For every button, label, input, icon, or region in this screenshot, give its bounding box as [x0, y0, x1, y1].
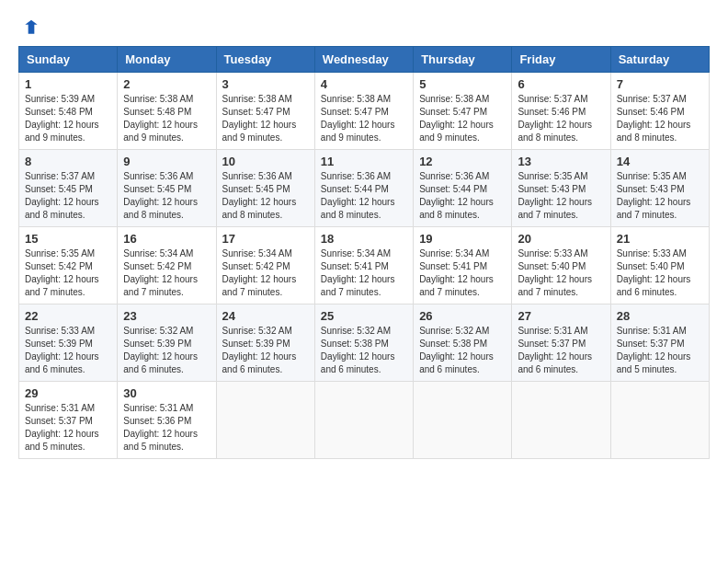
calendar-cell: 22Sunrise: 5:33 AMSunset: 5:39 PMDayligh…: [19, 304, 118, 382]
day-info: Sunrise: 5:32 AMSunset: 5:38 PMDaylight:…: [419, 325, 506, 376]
day-number: 26: [419, 309, 506, 323]
calendar-cell: 21Sunrise: 5:33 AMSunset: 5:40 PMDayligh…: [610, 227, 709, 304]
day-number: 27: [518, 309, 604, 323]
calendar-cell: [314, 382, 413, 459]
calendar-cell: [610, 382, 709, 459]
calendar-cell: 14Sunrise: 5:35 AMSunset: 5:43 PMDayligh…: [610, 150, 709, 227]
day-number: 16: [123, 232, 210, 246]
day-number: 19: [419, 232, 506, 246]
day-number: 21: [617, 232, 703, 246]
day-info: Sunrise: 5:38 AMSunset: 5:48 PMDaylight:…: [123, 93, 210, 144]
day-info: Sunrise: 5:32 AMSunset: 5:39 PMDaylight:…: [123, 325, 210, 376]
day-info: Sunrise: 5:34 AMSunset: 5:42 PMDaylight:…: [123, 247, 210, 299]
day-number: 5: [419, 77, 506, 91]
day-info: Sunrise: 5:31 AMSunset: 5:36 PMDaylight:…: [123, 402, 210, 454]
day-number: 28: [617, 309, 703, 323]
day-number: 15: [25, 232, 111, 246]
calendar-cell: 12Sunrise: 5:36 AMSunset: 5:44 PMDayligh…: [414, 150, 512, 227]
calendar-cell: 15Sunrise: 5:35 AMSunset: 5:42 PMDayligh…: [19, 227, 118, 304]
day-info: Sunrise: 5:35 AMSunset: 5:43 PMDaylight:…: [617, 170, 703, 222]
day-info: Sunrise: 5:37 AMSunset: 5:45 PMDaylight:…: [25, 170, 111, 222]
day-number: 1: [25, 77, 111, 91]
day-number: 17: [222, 232, 309, 246]
day-info: Sunrise: 5:31 AMSunset: 5:37 PMDaylight:…: [25, 402, 111, 454]
day-info: Sunrise: 5:31 AMSunset: 5:37 PMDaylight:…: [518, 325, 604, 376]
day-info: Sunrise: 5:36 AMSunset: 5:44 PMDaylight:…: [321, 170, 407, 222]
calendar-cell: 29Sunrise: 5:31 AMSunset: 5:37 PMDayligh…: [19, 382, 118, 459]
page-header: [18, 18, 710, 37]
calendar-table: SundayMondayTuesdayWednesdayThursdayFrid…: [18, 46, 710, 459]
day-number: 18: [321, 232, 407, 246]
day-info: Sunrise: 5:38 AMSunset: 5:47 PMDaylight:…: [222, 93, 309, 144]
day-info: Sunrise: 5:38 AMSunset: 5:47 PMDaylight:…: [419, 93, 506, 144]
day-info: Sunrise: 5:33 AMSunset: 5:40 PMDaylight:…: [518, 247, 604, 299]
day-header-sunday: Sunday: [19, 47, 118, 73]
day-info: Sunrise: 5:32 AMSunset: 5:39 PMDaylight:…: [222, 325, 309, 376]
calendar-cell: 9Sunrise: 5:36 AMSunset: 5:45 PMDaylight…: [118, 150, 216, 227]
calendar-cell: 25Sunrise: 5:32 AMSunset: 5:38 PMDayligh…: [314, 304, 413, 382]
day-number: 25: [321, 309, 407, 323]
day-info: Sunrise: 5:33 AMSunset: 5:39 PMDaylight:…: [25, 325, 111, 376]
calendar-cell: 8Sunrise: 5:37 AMSunset: 5:45 PMDaylight…: [19, 150, 118, 227]
day-header-monday: Monday: [118, 47, 216, 73]
day-number: 3: [222, 77, 309, 91]
day-info: Sunrise: 5:34 AMSunset: 5:41 PMDaylight:…: [419, 247, 506, 299]
day-number: 20: [518, 232, 604, 246]
calendar-cell: 5Sunrise: 5:38 AMSunset: 5:47 PMDaylight…: [414, 73, 512, 150]
logo: [18, 18, 40, 37]
day-number: 23: [123, 309, 210, 323]
day-number: 7: [617, 77, 703, 91]
day-info: Sunrise: 5:35 AMSunset: 5:43 PMDaylight:…: [518, 170, 604, 222]
calendar-cell: 13Sunrise: 5:35 AMSunset: 5:43 PMDayligh…: [512, 150, 610, 227]
calendar-cell: 7Sunrise: 5:37 AMSunset: 5:46 PMDaylight…: [610, 73, 709, 150]
day-info: Sunrise: 5:37 AMSunset: 5:46 PMDaylight:…: [518, 93, 604, 144]
calendar-cell: [216, 382, 314, 459]
calendar-cell: 4Sunrise: 5:38 AMSunset: 5:47 PMDaylight…: [314, 73, 413, 150]
day-number: 8: [25, 155, 111, 168]
calendar-cell: 18Sunrise: 5:34 AMSunset: 5:41 PMDayligh…: [314, 227, 413, 304]
calendar-cell: 20Sunrise: 5:33 AMSunset: 5:40 PMDayligh…: [512, 227, 610, 304]
day-number: 4: [321, 77, 407, 91]
day-number: 9: [123, 155, 210, 168]
day-header-wednesday: Wednesday: [314, 47, 413, 73]
day-header-saturday: Saturday: [610, 47, 709, 73]
day-number: 13: [518, 155, 604, 168]
day-info: Sunrise: 5:33 AMSunset: 5:40 PMDaylight:…: [617, 247, 703, 299]
day-number: 30: [123, 386, 210, 400]
day-number: 24: [222, 309, 309, 323]
calendar-header-row: SundayMondayTuesdayWednesdayThursdayFrid…: [19, 47, 710, 73]
day-info: Sunrise: 5:31 AMSunset: 5:37 PMDaylight:…: [617, 325, 703, 376]
day-number: 6: [518, 77, 604, 91]
calendar-cell: 26Sunrise: 5:32 AMSunset: 5:38 PMDayligh…: [414, 304, 512, 382]
day-info: Sunrise: 5:37 AMSunset: 5:46 PMDaylight:…: [617, 93, 703, 144]
calendar-cell: 6Sunrise: 5:37 AMSunset: 5:46 PMDaylight…: [512, 73, 610, 150]
day-info: Sunrise: 5:36 AMSunset: 5:45 PMDaylight:…: [222, 170, 309, 222]
calendar-cell: 16Sunrise: 5:34 AMSunset: 5:42 PMDayligh…: [118, 227, 216, 304]
day-info: Sunrise: 5:34 AMSunset: 5:41 PMDaylight:…: [321, 247, 407, 299]
day-info: Sunrise: 5:39 AMSunset: 5:48 PMDaylight:…: [25, 93, 111, 144]
calendar-cell: 11Sunrise: 5:36 AMSunset: 5:44 PMDayligh…: [314, 150, 413, 227]
calendar-cell: 27Sunrise: 5:31 AMSunset: 5:37 PMDayligh…: [512, 304, 610, 382]
day-info: Sunrise: 5:38 AMSunset: 5:47 PMDaylight:…: [321, 93, 407, 144]
day-header-friday: Friday: [512, 47, 610, 73]
logo-icon: [22, 18, 40, 37]
calendar-cell: 3Sunrise: 5:38 AMSunset: 5:47 PMDaylight…: [216, 73, 314, 150]
day-info: Sunrise: 5:36 AMSunset: 5:44 PMDaylight:…: [419, 170, 506, 222]
calendar-week-row: 22Sunrise: 5:33 AMSunset: 5:39 PMDayligh…: [19, 304, 710, 382]
day-info: Sunrise: 5:32 AMSunset: 5:38 PMDaylight:…: [321, 325, 407, 376]
calendar-week-row: 15Sunrise: 5:35 AMSunset: 5:42 PMDayligh…: [19, 227, 710, 304]
calendar-cell: 17Sunrise: 5:34 AMSunset: 5:42 PMDayligh…: [216, 227, 314, 304]
calendar-cell: [512, 382, 610, 459]
day-number: 14: [617, 155, 703, 168]
calendar-cell: 2Sunrise: 5:38 AMSunset: 5:48 PMDaylight…: [118, 73, 216, 150]
calendar-cell: 30Sunrise: 5:31 AMSunset: 5:36 PMDayligh…: [118, 382, 216, 459]
calendar-cell: 23Sunrise: 5:32 AMSunset: 5:39 PMDayligh…: [118, 304, 216, 382]
day-number: 12: [419, 155, 506, 168]
calendar-cell: 1Sunrise: 5:39 AMSunset: 5:48 PMDaylight…: [19, 73, 118, 150]
day-number: 2: [123, 77, 210, 91]
day-number: 22: [25, 309, 111, 323]
day-header-tuesday: Tuesday: [216, 47, 314, 73]
calendar-week-row: 1Sunrise: 5:39 AMSunset: 5:48 PMDaylight…: [19, 73, 710, 150]
calendar-cell: [414, 382, 512, 459]
calendar-week-row: 29Sunrise: 5:31 AMSunset: 5:37 PMDayligh…: [19, 382, 710, 459]
